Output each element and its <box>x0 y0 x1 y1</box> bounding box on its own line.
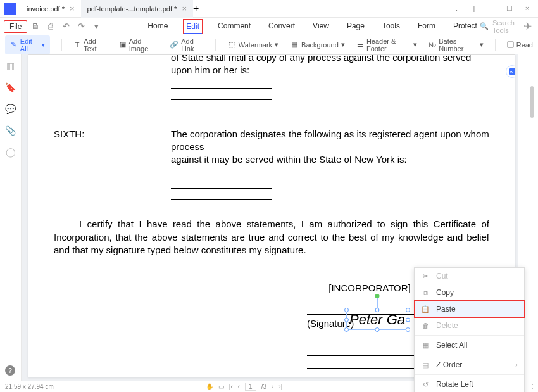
hand-tool-icon[interactable]: ✋ <box>206 383 213 390</box>
signature-text: Peter Ga <box>349 312 405 327</box>
tab-page[interactable]: Page <box>344 19 367 34</box>
partial-paragraph: of State shall mail a copy of any proces… <box>171 54 489 77</box>
context-select-all[interactable]: ▦Select All <box>415 337 524 353</box>
add-link-button[interactable]: 🔗Add Link <box>170 37 204 53</box>
bookmark-icon[interactable]: 🔖 <box>5 82 16 92</box>
tab-comment[interactable]: Comment <box>215 19 253 34</box>
help-button[interactable]: ? <box>5 365 15 376</box>
context-cut[interactable]: ✂Cut <box>415 268 524 284</box>
context-menu: ✂Cut ⧉Copy 📋Paste 🗑Delete ▦Select All ▤Z… <box>414 267 525 392</box>
search-icon: 🔍 <box>480 22 489 30</box>
bates-icon: № <box>429 41 436 49</box>
resize-handle[interactable] <box>344 318 349 322</box>
blank-line <box>171 168 272 177</box>
save-icon[interactable]: 🗎 <box>31 22 40 31</box>
background-button[interactable]: ▤Background▾ <box>290 41 345 49</box>
resize-handle[interactable] <box>406 327 410 332</box>
edit-all-button[interactable]: ✎ Edit All ▾ <box>5 35 50 54</box>
menubar: File 🗎 ⎙ ↶ ↷ ▾ Home Edit Comment Convert… <box>0 18 538 35</box>
undo-icon[interactable]: ↶ <box>61 22 70 31</box>
next-page-icon[interactable]: › <box>272 383 273 390</box>
tab-form[interactable]: Form <box>415 19 438 34</box>
titlebar: invoice.pdf * × pdf-template-...template… <box>0 0 538 18</box>
tab-convert[interactable]: Convert <box>266 19 297 34</box>
rotation-handle[interactable] <box>375 294 380 298</box>
page-dimensions: 21.59 x 27.94 cm <box>5 383 54 390</box>
watermark-icon: ⬚ <box>227 41 236 49</box>
signature-object[interactable]: Peter Ga <box>346 310 408 330</box>
pencil-icon: ✎ <box>10 41 18 49</box>
paste-icon: 📋 <box>421 305 430 313</box>
link-icon: 🔗 <box>170 41 178 49</box>
print-icon[interactable]: ⎙ <box>46 22 55 31</box>
close-window-button[interactable]: × <box>523 4 532 13</box>
image-icon: ▣ <box>119 41 127 49</box>
file-menu[interactable]: File <box>4 20 27 33</box>
more-icon[interactable]: ⋮ <box>452 4 461 13</box>
context-z-order[interactable]: ▤Z Order› <box>415 357 524 373</box>
send-icon[interactable]: ✈ <box>523 20 532 32</box>
context-delete[interactable]: 🗑Delete <box>415 317 524 334</box>
resize-handle[interactable] <box>406 318 410 322</box>
separator <box>495 39 496 51</box>
tab-tools[interactable]: Tools <box>380 19 403 34</box>
scrollbar-vertical[interactable] <box>530 86 534 118</box>
resize-handle[interactable] <box>375 327 380 332</box>
tab-template[interactable]: pdf-template-...template.pdf * × <box>81 0 193 18</box>
certify-paragraph: I certify that I have read the above sta… <box>54 218 489 256</box>
fullscreen-icon[interactable]: ⛶ <box>527 383 533 390</box>
add-text-button[interactable]: TAdd Text <box>73 37 107 53</box>
header-footer-button[interactable]: ☰Header & Footer▾ <box>356 37 417 53</box>
search-tools[interactable]: 🔍 Search Tools <box>480 19 515 34</box>
blank-line <box>171 91 272 100</box>
add-image-button[interactable]: ▣Add Image <box>119 37 159 53</box>
chevron-down-icon: ▾ <box>275 41 278 49</box>
select-tool-icon[interactable]: ▭ <box>218 383 224 390</box>
chevron-down-icon: ▾ <box>341 41 345 49</box>
blank-line <box>171 103 272 111</box>
separator <box>415 374 524 375</box>
sixth-text: The corporation designates the following… <box>171 128 489 203</box>
tab-protect[interactable]: Protect <box>451 19 480 34</box>
maximize-button[interactable]: ☐ <box>505 4 514 13</box>
tab-invoice[interactable]: invoice.pdf * × <box>20 0 81 18</box>
separator <box>415 335 524 336</box>
first-page-icon[interactable]: |‹ <box>229 383 233 390</box>
tab-view[interactable]: View <box>310 19 332 34</box>
chevron-right-icon: › <box>515 360 518 369</box>
resize-handle[interactable] <box>375 308 380 312</box>
dropdown-icon[interactable]: ▾ <box>92 22 101 31</box>
redo-icon[interactable]: ↷ <box>77 22 85 31</box>
context-paste[interactable]: 📋Paste <box>414 300 525 318</box>
tab-home[interactable]: Home <box>145 19 170 34</box>
blank-line <box>171 80 272 89</box>
resize-handle[interactable] <box>344 327 349 332</box>
comment-panel-icon[interactable]: 💬 <box>5 104 16 114</box>
last-page-icon[interactable]: ›| <box>278 383 282 390</box>
watermark-button[interactable]: ⬚Watermark▾ <box>227 41 278 49</box>
edit-all-label: Edit All <box>20 37 38 53</box>
tab-label: pdf-template-...template.pdf * <box>87 5 177 13</box>
resize-handle[interactable] <box>344 308 349 312</box>
context-rotate-left[interactable]: ↺Rotate Left <box>415 376 524 392</box>
new-tab-button[interactable]: + <box>193 3 199 15</box>
close-icon[interactable]: × <box>182 4 187 13</box>
close-icon[interactable]: × <box>70 4 75 13</box>
left-sidebar: ▥ 🔖 💬 📎 ◯ <box>0 54 22 381</box>
bates-number-button[interactable]: №Bates Number▾ <box>429 37 484 53</box>
select-all-icon: ▦ <box>421 341 430 350</box>
prev-page-icon[interactable]: ‹ <box>238 383 240 390</box>
delete-icon: 🗑 <box>421 322 430 329</box>
tab-edit[interactable]: Edit <box>183 19 203 34</box>
copy-icon: ⧉ <box>421 289 430 297</box>
search-panel-icon[interactable]: ◯ <box>6 147 16 157</box>
attachment-icon[interactable]: 📎 <box>5 125 16 136</box>
page-input[interactable]: 1 <box>245 383 256 391</box>
checkbox-icon <box>507 41 514 48</box>
context-copy[interactable]: ⧉Copy <box>415 284 524 301</box>
blank-line <box>171 180 272 189</box>
word-badge-icon[interactable]: w <box>506 65 515 78</box>
thumbnails-icon[interactable]: ▥ <box>6 61 15 71</box>
minimize-button[interactable]: — <box>487 4 496 13</box>
reader-mode-toggle[interactable]: Read <box>507 41 533 49</box>
